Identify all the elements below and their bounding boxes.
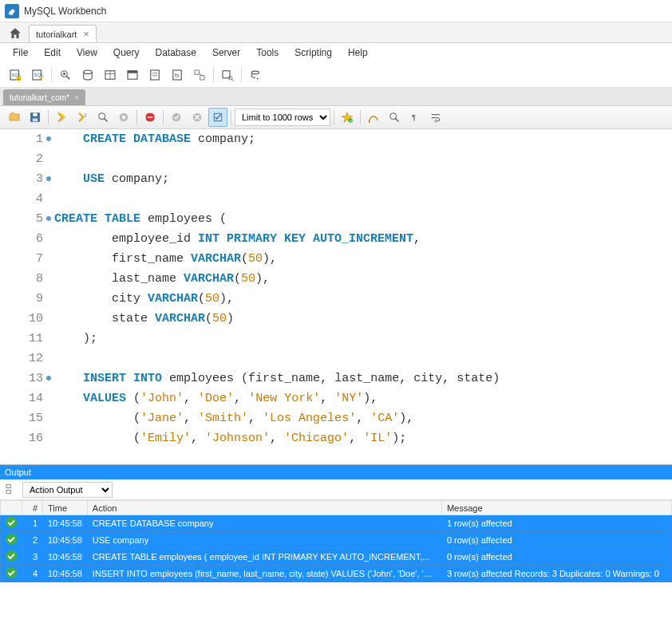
menu-help[interactable]: Help: [342, 45, 374, 60]
code-line[interactable]: VALUES ('John', 'Doe', 'New York', 'NY')…: [54, 388, 672, 408]
row-message: 0 row(s) affected: [441, 532, 671, 549]
menu-scripting[interactable]: Scripting: [288, 45, 338, 60]
code-line[interactable]: ('Jane', 'Smith', 'Los Angeles', 'CA'),: [54, 408, 672, 428]
inspector-icon[interactable]: [55, 65, 76, 85]
col-number: #: [22, 501, 43, 515]
row-message: 1 row(s) affected: [441, 515, 671, 532]
invisible-chars-icon[interactable]: ¶: [405, 108, 425, 127]
close-icon[interactable]: ×: [83, 28, 89, 40]
line-number: 1: [0, 129, 43, 149]
line-number: 15: [0, 408, 43, 428]
toolbar-separator: [241, 67, 242, 83]
svg-rect-28: [33, 113, 37, 116]
row-action: USE company: [87, 532, 441, 549]
sql-tab[interactable]: tutorialkart_com* ×: [3, 89, 85, 105]
menu-database[interactable]: Database: [149, 45, 203, 60]
line-number: 12: [0, 349, 43, 369]
row-action: CREATE TABLE employees ( employee_id INT…: [87, 549, 441, 566]
explain-icon[interactable]: [93, 108, 113, 127]
svg-text:SQL: SQL: [34, 73, 45, 77]
reconnect-icon[interactable]: [245, 65, 266, 85]
menu-tools[interactable]: Tools: [250, 45, 285, 60]
code-line[interactable]: employee_id INT PRIMARY KEY AUTO_INCREME…: [54, 229, 672, 249]
svg-point-26: [252, 71, 259, 74]
word-wrap-icon[interactable]: [426, 108, 445, 127]
toolbar-separator: [48, 110, 49, 124]
save-icon[interactable]: [26, 108, 45, 127]
stop-icon[interactable]: [114, 108, 133, 127]
menu-bar: FileEditViewQueryDatabaseServerToolsScri…: [0, 43, 672, 62]
new-sql-tab-icon[interactable]: SQL+: [5, 65, 26, 85]
favorites-icon[interactable]: +: [338, 108, 357, 127]
code-line[interactable]: INSERT INTO employees (first_name, last_…: [54, 369, 672, 388]
menu-server[interactable]: Server: [206, 45, 247, 60]
code-line[interactable]: );: [54, 329, 672, 349]
procedure-icon[interactable]: [144, 65, 165, 85]
code-line[interactable]: last_name VARCHAR(50),: [54, 269, 672, 289]
sql-editor[interactable]: 12345678910111213141516 CREATE DATABASE …: [0, 129, 672, 464]
code-line[interactable]: state VARCHAR(50): [54, 309, 672, 329]
svg-rect-21: [200, 75, 204, 79]
svg-rect-37: [148, 116, 153, 117]
row-message: 0 row(s) affected: [441, 549, 671, 566]
code-line[interactable]: first_name VARCHAR(50),: [54, 249, 672, 269]
beautify-icon[interactable]: [364, 108, 383, 127]
row-action: CREATE DATABASE company: [87, 515, 441, 532]
svg-rect-20: [195, 70, 199, 74]
menu-file[interactable]: File: [6, 45, 34, 60]
table-icon[interactable]: [100, 65, 121, 85]
editor-toolbar: Limit to 1000 rows + ¶: [0, 105, 672, 129]
limit-rows-select[interactable]: Limit to 1000 rows: [235, 108, 330, 126]
search-table-icon[interactable]: [217, 65, 238, 85]
output-panel: Output Action Output # Time Action Messa…: [0, 464, 672, 582]
code-line[interactable]: CREATE DATABASE company;: [54, 129, 672, 149]
menu-edit[interactable]: Edit: [38, 45, 67, 60]
view-icon[interactable]: [122, 65, 143, 85]
output-row[interactable]: 110:45:58CREATE DATABASE company1 row(s)…: [1, 515, 672, 532]
diagram-icon[interactable]: [189, 65, 210, 85]
open-file-icon[interactable]: [5, 108, 24, 127]
svg-line-25: [231, 79, 233, 81]
execute-current-icon[interactable]: [73, 108, 92, 127]
title-bar: MySQL Workbench: [0, 0, 672, 22]
rollback-icon[interactable]: [188, 108, 207, 127]
connection-tab[interactable]: tutorialkart ×: [29, 25, 97, 42]
toolbar-separator: [360, 110, 361, 124]
output-mode-select[interactable]: Action Output: [22, 482, 113, 498]
line-number: 11: [0, 329, 43, 349]
line-number: 7: [0, 249, 43, 269]
output-row[interactable]: 410:45:58INSERT INTO employees (first_na…: [1, 566, 672, 582]
code-line[interactable]: [54, 149, 672, 169]
execute-icon[interactable]: [52, 108, 71, 127]
schema-icon[interactable]: [77, 65, 98, 85]
toolbar-separator: [51, 67, 52, 83]
find-icon[interactable]: [385, 108, 404, 127]
toolbar-separator: [136, 110, 137, 124]
output-row[interactable]: 310:45:58CREATE TABLE employees ( employ…: [1, 549, 672, 566]
svg-line-8: [67, 76, 70, 79]
line-number: 3: [0, 169, 43, 189]
svg-rect-14: [128, 70, 137, 73]
code-line[interactable]: [54, 189, 672, 209]
line-number: 9: [0, 289, 43, 309]
commit-icon[interactable]: [167, 108, 186, 127]
close-icon[interactable]: ×: [74, 93, 79, 102]
open-sql-file-icon[interactable]: SQL: [27, 65, 48, 85]
col-message: Message: [441, 501, 671, 515]
function-icon[interactable]: fx: [167, 65, 188, 85]
stop-on-error-icon[interactable]: [140, 108, 160, 127]
code-line[interactable]: [54, 349, 672, 369]
status-icon: [1, 549, 22, 566]
output-mode-icon[interactable]: [5, 483, 19, 497]
autocommit-toggle-icon[interactable]: [208, 108, 227, 127]
output-row[interactable]: 210:45:58USE company0 row(s) affected: [1, 532, 672, 549]
code-line[interactable]: ('Emily', 'Johnson', 'Chicago', 'IL');: [54, 428, 672, 448]
menu-view[interactable]: View: [70, 45, 104, 60]
home-icon[interactable]: [5, 25, 26, 42]
menu-query[interactable]: Query: [107, 45, 146, 60]
line-number: 14: [0, 388, 43, 408]
code-area[interactable]: CREATE DATABASE company; USE company; CR…: [48, 129, 672, 464]
code-line[interactable]: USE company;: [54, 169, 672, 189]
code-line[interactable]: city VARCHAR(50),: [54, 289, 672, 309]
code-line[interactable]: CREATE TABLE employees (: [54, 209, 672, 229]
